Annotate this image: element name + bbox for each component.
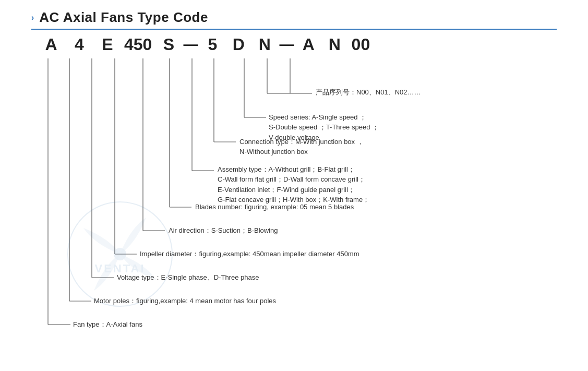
blades-number-label: Blades number: figuring, example: 05 mea… <box>195 202 354 212</box>
code-dash1: — <box>183 36 198 53</box>
page-container: › AC Axial Fans Type Code A 4 E 450 S — … <box>0 0 588 371</box>
title-chevron-icon: › <box>31 13 34 22</box>
code-E: E <box>98 35 117 54</box>
code-N: N <box>255 35 274 54</box>
code-dash2: — <box>279 36 294 53</box>
code-00: 00 <box>351 35 370 54</box>
code-S: S <box>159 35 178 54</box>
fan-type-label: Fan type：A-Axial fans <box>73 319 142 330</box>
code-D: D <box>229 35 248 54</box>
connection-type-label: Connection type：M-With junction box ， N-… <box>239 137 364 157</box>
code-4: 4 <box>70 35 89 54</box>
impeller-diameter-label: Impeller diameter：figuring,example: 450m… <box>140 249 359 259</box>
code-row: A 4 E 450 S — 5 D N — A N 00 <box>42 35 370 54</box>
title-section: › AC Axial Fans Type Code <box>31 9 557 26</box>
code-450: 450 <box>124 35 152 54</box>
code-A: A <box>42 35 61 54</box>
motor-poles-label: Motor poles：figuring,example: 4 mean mot… <box>94 296 276 306</box>
page-title: AC Axial Fans Type Code <box>39 9 208 26</box>
assembly-type-label: Assembly type：A-Without grill；B-Flat gri… <box>218 164 369 205</box>
product-series-label: 产品序列号：N00、N01、N02…… <box>316 87 421 98</box>
svg-point-24 <box>114 248 126 260</box>
title-underline <box>31 29 557 30</box>
diagram-area: A 4 E 450 S — 5 D N — A N 00 <box>31 35 557 338</box>
voltage-type-label: Voltage type：E-Single phase、D-Three phas… <box>117 272 259 283</box>
air-direction-label: Air direction：S-Suction；B-Blowing <box>169 225 278 236</box>
code-5: 5 <box>203 35 222 54</box>
code-N2: N <box>325 35 344 54</box>
code-A2: A <box>299 35 318 54</box>
